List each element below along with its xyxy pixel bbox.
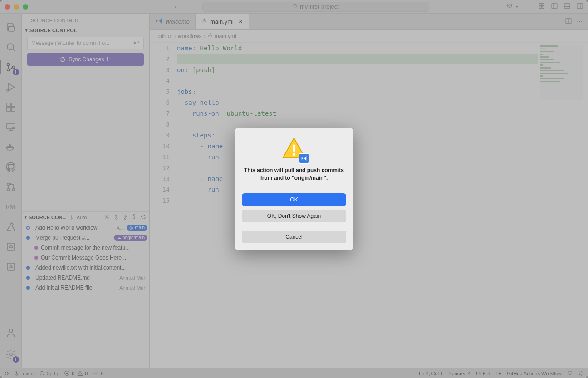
dialog-cancel-button[interactable]: Cancel xyxy=(242,231,346,243)
confirm-dialog: This action will pull and push commits f… xyxy=(235,128,353,250)
vscode-badge-icon xyxy=(299,153,309,164)
dialog-message: This action will pull and push commits f… xyxy=(242,167,346,181)
warning-icon xyxy=(281,136,307,161)
window: ← → my-first-project ▾ 1 xyxy=(0,0,588,378)
dialog-ok-dont-show-button[interactable]: OK, Don't Show Again xyxy=(242,210,346,222)
modal-overlay: This action will pull and push commits f… xyxy=(0,0,588,378)
dialog-ok-button[interactable]: OK xyxy=(242,193,346,206)
svg-rect-67 xyxy=(293,145,295,152)
svg-point-68 xyxy=(293,153,295,156)
